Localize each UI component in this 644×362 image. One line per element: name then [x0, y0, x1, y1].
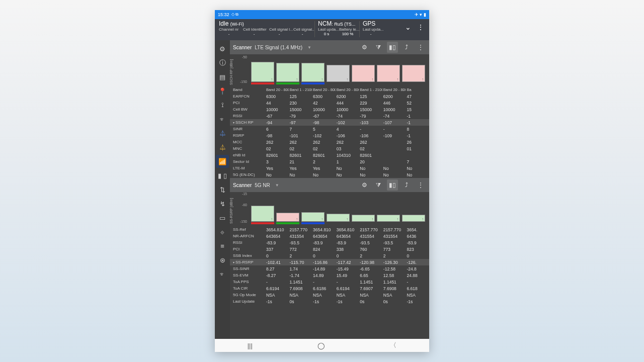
- cell: 21: [289, 159, 312, 164]
- cell: 1: [336, 159, 359, 164]
- table-row: RSRP-98-101-102-106-106-109-1: [230, 132, 429, 139]
- phone-icon[interactable]: ▭: [216, 211, 229, 224]
- cell: NSA: [336, 293, 359, 298]
- row-label: RSSI: [230, 240, 265, 245]
- table-row: ▾SSCH RP-94-97-98-102-103-107-1: [230, 119, 429, 126]
- android-nav-bar: ||| ◯ 〈: [215, 339, 429, 352]
- cell: 643654: [312, 234, 336, 239]
- cell: 0s: [359, 299, 382, 304]
- tick: -150: [240, 80, 247, 83]
- cell: 52: [406, 101, 429, 106]
- cell: -107: [382, 120, 406, 125]
- row-label: MNC: [230, 146, 265, 151]
- pin-icon[interactable]: 📍: [216, 84, 229, 98]
- table-row: SINR6754--8: [230, 126, 429, 132]
- cell: 2: [312, 159, 336, 164]
- globe-icon[interactable]: ⊛: [216, 253, 229, 266]
- gear-icon[interactable]: ⚙: [216, 42, 229, 55]
- more-icon[interactable]: ⋮: [415, 42, 426, 53]
- cell: 0: [312, 253, 336, 258]
- cell: 772: [289, 247, 312, 252]
- home-icon[interactable]: ◯: [317, 342, 325, 349]
- status-right-icons: ✈ ▾ ▮: [415, 12, 426, 17]
- cell: 125: [359, 94, 382, 99]
- cell: 104310: [336, 153, 359, 158]
- recents-icon[interactable]: |||: [248, 342, 253, 349]
- cell: 0: [336, 253, 359, 258]
- route-icon[interactable]: ↯: [216, 197, 229, 210]
- expand-icon[interactable]: ⌄: [405, 23, 411, 31]
- bars-icon[interactable]: ▮ ▯: [216, 169, 229, 182]
- cell: 337: [265, 247, 289, 252]
- table-row: SSB Index0200220: [230, 252, 429, 259]
- cell: 6436: [406, 234, 429, 239]
- last-update-label: Last upda...: [318, 27, 335, 32]
- bar: ↑: [377, 65, 400, 84]
- signal-icon[interactable]: 📶: [216, 155, 229, 168]
- scanner2-mode[interactable]: 5G NR: [255, 183, 270, 188]
- broadcast-icon[interactable]: ⟐: [216, 225, 229, 238]
- cell: 1.1451: [289, 280, 312, 285]
- gear-icon[interactable]: ⚙: [359, 179, 370, 191]
- cell: 7.6907: [359, 286, 382, 291]
- cell: 12.58: [382, 273, 406, 278]
- bar: ↑: [327, 65, 350, 84]
- cell: -1s: [265, 299, 289, 304]
- bar: ↑: [276, 213, 299, 224]
- cell: 44: [265, 101, 289, 106]
- cell: 6300: [312, 94, 336, 99]
- barchart-icon[interactable]: ▮▯: [387, 179, 398, 191]
- list-icon[interactable]: ≡: [216, 239, 229, 252]
- antenna2-icon[interactable]: ⏃: [216, 141, 229, 154]
- cell: -103: [359, 120, 382, 125]
- filter-icon[interactable]: ⧩: [373, 179, 384, 191]
- cell: No: [382, 166, 406, 171]
- tick: -50: [242, 55, 247, 59]
- cell: 14.89: [312, 273, 336, 278]
- info-icon[interactable]: ⓘ: [216, 56, 229, 69]
- linechart-icon[interactable]: ⤴: [401, 42, 412, 53]
- cell: 15: [406, 107, 429, 112]
- status-misc: ◇ ⧉: [231, 12, 238, 17]
- more-icon[interactable]: ⋮: [417, 26, 424, 28]
- pin-outline-icon[interactable]: ⟟: [216, 99, 229, 112]
- dropdown-icon[interactable]: ▼: [275, 183, 279, 188]
- more-icon[interactable]: ⋮: [415, 179, 426, 191]
- dropdown-icon[interactable]: ▼: [307, 45, 311, 50]
- row-label: NR-ARFCN: [230, 234, 265, 238]
- scanner2-header: Scanner 5G NR ▼ ⚙ ⧩ ▮▯ ⤴ ⋮: [230, 178, 429, 192]
- cell: -93.5: [359, 240, 382, 245]
- cell: Band 20 - 800: [336, 87, 359, 92]
- cell: 82601: [312, 153, 336, 158]
- cell: -74: [336, 114, 359, 119]
- cell: 10000: [336, 107, 359, 112]
- cell: -102: [336, 120, 359, 125]
- cell: 2: [289, 253, 312, 258]
- clipboard-icon[interactable]: ▤: [216, 70, 229, 83]
- table-row: SS-Ref3654.8102157.7703654.8103654.81021…: [230, 226, 429, 233]
- scanner1-mode[interactable]: LTE Signal (1.4 MHz): [255, 45, 302, 50]
- cell-identifier-label: Cell Identifier: [243, 27, 265, 32]
- gear-icon[interactable]: ⚙: [359, 42, 370, 53]
- linechart-icon[interactable]: ⤴: [401, 179, 412, 191]
- scanner1-label: Scanner: [233, 45, 252, 50]
- cell: -: [312, 280, 336, 285]
- swap-icon[interactable]: ⇅: [216, 183, 229, 196]
- idle-title: Idle: [219, 20, 228, 27]
- cell-signal-l-label: Cell signal l...: [269, 27, 289, 32]
- bar: ↑: [402, 215, 425, 224]
- back-icon[interactable]: 〈: [390, 341, 396, 350]
- cell: 6: [265, 127, 289, 132]
- cell: No: [359, 166, 382, 171]
- wifi-icon[interactable]: ᯤ: [216, 113, 229, 126]
- row-label: MCC: [230, 140, 265, 144]
- antenna-icon[interactable]: ⏃: [216, 127, 229, 140]
- wifi2-icon[interactable]: ᯤ: [216, 267, 229, 281]
- cell: 262: [289, 140, 312, 145]
- cell: -102: [312, 133, 336, 138]
- ncm-title: NCM: [318, 20, 332, 27]
- barchart-icon[interactable]: ▮▯: [387, 42, 398, 53]
- filter-icon[interactable]: ⧩: [373, 42, 384, 53]
- cell: 431554: [289, 234, 312, 239]
- cell: -: [406, 280, 429, 285]
